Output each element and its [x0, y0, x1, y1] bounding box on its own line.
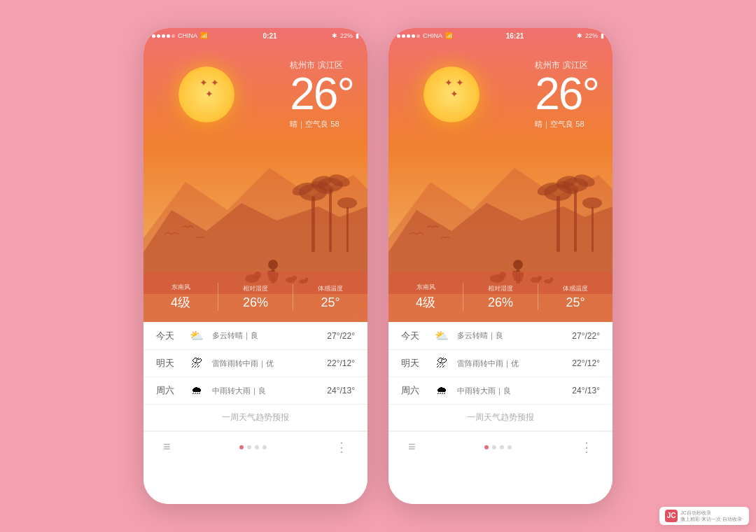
weather-top-2: ✦ ✦ ✦ 杭州市 滨江区 26° 晴｜空气良 58: [388, 28, 612, 322]
stat-humidity-2: 相对湿度 26%: [463, 284, 538, 310]
forecast-icon-sat-1: 🌧: [187, 384, 206, 397]
nav-dot-3: [255, 445, 259, 449]
battery-icon-1: ▮: [356, 32, 359, 39]
watermark-line1: 微上精彩·来访一次·自动收录·: [680, 516, 743, 522]
forecast-section-1: 今天 ⛅ 多云转晴｜良 27°/22° 明天 ⛈ 雷阵雨转中雨｜优 22°/12…: [144, 322, 368, 504]
time-1: 0:21: [262, 32, 276, 40]
forecast-icon-tomorrow-2: ⛈: [432, 357, 451, 370]
stat-wind-value-1: 4级: [144, 294, 218, 311]
forecast-temp-sat-1: 24°/13°: [327, 386, 355, 396]
svg-rect-10: [346, 206, 349, 252]
stat-wind-value-2: 4级: [388, 294, 463, 311]
city-name-1: 杭州市 滨江区: [290, 59, 354, 71]
dot-1: [152, 34, 155, 38]
stat-feels-2: 体感温度 25°: [538, 284, 612, 310]
bluetooth-icon-1: ✱: [332, 32, 337, 39]
battery-percent-1: 22%: [340, 32, 353, 39]
battery-icon-2: ▮: [601, 32, 604, 39]
carrier-1: CHINA: [178, 32, 197, 39]
forecast-day-1-2: 明天: [401, 357, 426, 370]
dot-5: [172, 34, 175, 38]
svg-rect-6: [329, 189, 332, 252]
stat-wind-label-2: 东南风: [388, 283, 463, 292]
forecast-desc-today-2: 多云转晴｜良: [457, 330, 566, 341]
phone-2: CHINA 📶 16:21 ✱ 22% ▮ ✦ ✦ ✦ 杭州市 滨江区 26° …: [388, 28, 612, 504]
forecast-row-today-1: 今天 ⛅ 多云转晴｜良 27°/22°: [144, 322, 368, 350]
forecast-temp-tomorrow-1: 22°/12°: [327, 358, 355, 368]
nav-dot-2: [247, 445, 251, 449]
forecast-desc-sat-1: 中雨转大雨｜良: [212, 386, 321, 396]
stat-wind-1: 东南风 4级: [144, 283, 218, 311]
forecast-desc-tomorrow-2: 雷阵雨转中雨｜优: [457, 358, 566, 369]
phone-1: CHINA 📶 0:21 ✱ 22% ▮ ✦ ✦ ✦ 杭州市 滨江区 26° 晴…: [144, 28, 368, 504]
stat-humidity-1: 相对湿度 26%: [218, 284, 293, 310]
forecast-day-1-1: 明天: [156, 357, 181, 370]
stat-humidity-label-1: 相对湿度: [218, 284, 293, 293]
dot-2: [157, 34, 160, 38]
forecast-day-0-1: 今天: [156, 330, 181, 342]
nav-dot-1-active-2: [484, 445, 489, 449]
weekly-report-1[interactable]: 一周天气趋势预报: [144, 405, 368, 431]
stat-humidity-value-1: 26%: [218, 295, 293, 310]
birds-2: ✦ ✦ ✦: [444, 77, 464, 99]
stats-bar-2: 东南风 4级 相对湿度 26% 体感温度 25°: [388, 272, 612, 322]
forecast-temp-today-1: 27°/22°: [327, 331, 355, 341]
menu-icon-1[interactable]: ≡: [163, 440, 171, 454]
status-right-2: ✱ 22% ▮: [577, 32, 604, 39]
bottom-nav-2: ≡ ⋮: [388, 431, 612, 462]
stat-humidity-label-2: 相对湿度: [463, 284, 538, 293]
status-right-1: ✱ 22% ▮: [332, 32, 359, 39]
watermark-text: JC自动秒收录 微上精彩·来访一次·自动收录·: [680, 510, 743, 522]
forecast-icon-tomorrow-1: ⛈: [187, 357, 206, 370]
svg-rect-33: [592, 206, 594, 252]
svg-point-11: [337, 197, 357, 209]
city-name-2: 杭州市 滨江区: [535, 59, 598, 71]
svg-rect-2: [312, 196, 315, 252]
stat-humidity-value-2: 26%: [463, 295, 538, 310]
nav-dot-3-2: [500, 445, 504, 449]
svg-point-34: [582, 197, 602, 209]
forecast-row-sat-1: 周六 🌧 中雨转大雨｜良 24°/13°: [144, 377, 368, 405]
more-icon-2[interactable]: ⋮: [580, 440, 593, 455]
status-left-2: CHINA 📶: [397, 32, 453, 39]
forecast-temp-tomorrow-2: 22°/12°: [572, 358, 600, 368]
forecast-row-tomorrow-2: 明天 ⛈ 雷阵雨转中雨｜优 22°/12°: [388, 350, 612, 377]
nav-dot-4-2: [507, 445, 512, 449]
forecast-day-2-1: 周六: [156, 384, 181, 397]
svg-rect-29: [574, 189, 577, 252]
forecast-icon-today-2: ⛅: [432, 329, 451, 342]
watermark-line2: JC自动秒收录: [680, 510, 743, 516]
forecast-temp-sat-2: 24°/13°: [572, 386, 600, 396]
battery-percent-2: 22%: [585, 32, 598, 39]
more-icon-1[interactable]: ⋮: [335, 440, 348, 455]
weekly-report-2[interactable]: 一周天气趋势预报: [388, 405, 612, 431]
nav-dots-1: [239, 445, 267, 449]
nav-dots-2: [484, 445, 512, 449]
signal-dots-2: [397, 34, 420, 38]
birds-1: ✦ ✦ ✦: [200, 77, 219, 99]
stat-feels-label-2: 体感温度: [538, 284, 612, 293]
stat-feels-label-1: 体感温度: [293, 284, 368, 293]
forecast-day-2-2: 周六: [401, 384, 426, 397]
wifi-icon-1: 📶: [200, 32, 208, 39]
nav-dot-4: [262, 445, 267, 449]
stat-feels-value-2: 25°: [538, 295, 612, 310]
forecast-icon-sat-2: 🌧: [432, 384, 451, 397]
forecast-row-tomorrow-1: 明天 ⛈ 雷阵雨转中雨｜优 22°/12°: [144, 350, 368, 377]
dot-1-2: [397, 34, 400, 38]
signal-dots: [152, 34, 175, 38]
menu-icon-2[interactable]: ≡: [408, 440, 416, 454]
forecast-day-0-2: 今天: [401, 330, 426, 342]
forecast-row-today-2: 今天 ⛅ 多云转晴｜良 27°/22°: [388, 322, 612, 350]
watermark-logo: JC: [665, 510, 678, 522]
bluetooth-icon-2: ✱: [577, 32, 582, 39]
forecast-row-sat-2: 周六 🌧 中雨转大雨｜良 24°/13°: [388, 377, 612, 405]
dot-4: [167, 34, 170, 38]
nav-dot-1-active: [239, 445, 244, 449]
carrier-2: CHINA: [423, 32, 442, 39]
stats-bar-1: 东南风 4级 相对湿度 26% 体感温度 25°: [144, 272, 368, 322]
dot-3-2: [407, 34, 410, 38]
weather-top-1: ✦ ✦ ✦ 杭州市 滨江区 26° 晴｜空气良 58: [144, 28, 368, 322]
bottom-nav-1: ≡ ⋮: [144, 431, 368, 462]
status-bar-1: CHINA 📶 0:21 ✱ 22% ▮: [144, 28, 368, 43]
